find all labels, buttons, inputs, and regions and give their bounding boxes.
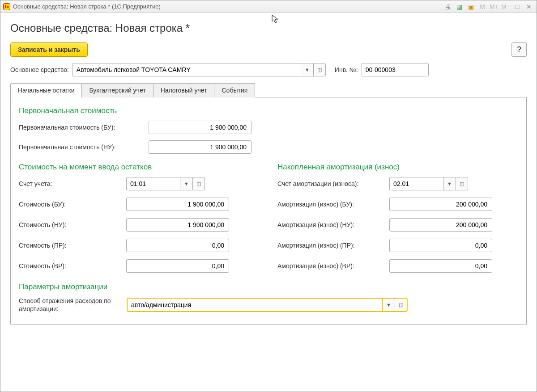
tabs: Начальные остатки Бухгалтерский учет Нал… <box>10 83 527 97</box>
open-icon[interactable]: ◫ <box>192 177 205 190</box>
help-button[interactable]: ? <box>511 42 527 57</box>
open-icon[interactable]: ◫ <box>395 298 407 312</box>
tab-initial-balances[interactable]: Начальные остатки <box>10 83 82 97</box>
cost-pr-label: Стоимость (ПР): <box>19 242 126 249</box>
window-title: Основные средства: Новая строка * (1С:Пр… <box>13 3 443 10</box>
amort-acct-combo[interactable]: ▼ ◫ <box>389 177 497 190</box>
open-icon[interactable]: ◫ <box>456 177 468 190</box>
cost-nu-input[interactable] <box>126 218 229 232</box>
memory-mminus-icon[interactable]: M− <box>501 2 511 11</box>
titlebar: 1c Основные средства: Новая строка * (1С… <box>0 0 537 13</box>
calendar-icon[interactable]: ▣ <box>466 2 476 11</box>
expense-method-label: Способ отражения расходов по амортизации… <box>19 297 122 313</box>
amort-vr-input[interactable] <box>389 259 492 273</box>
save-close-button[interactable]: Записать и закрыть <box>10 42 88 57</box>
page-title: Основные средства: Новая строка * <box>10 22 527 34</box>
amort-bu-input[interactable] <box>389 198 492 211</box>
memory-mplus-icon[interactable]: M+ <box>489 2 499 11</box>
acct-label: Счет учета: <box>19 180 126 187</box>
tab-events[interactable]: События <box>214 83 255 97</box>
initcost-nu-input[interactable] <box>149 140 251 154</box>
amort-nu-input[interactable] <box>389 218 492 232</box>
section-amort: Накопленная амортизация (износ) <box>277 163 518 172</box>
asset-input[interactable] <box>72 63 301 76</box>
cost-pr-input[interactable] <box>126 239 229 252</box>
inv-input[interactable] <box>362 63 429 76</box>
asset-label: Основное средство: <box>10 66 69 73</box>
cost-vr-label: Стоимость (ВР): <box>19 262 126 270</box>
amort-pr-label: Амортизация (износ) (ПР): <box>277 242 389 249</box>
print-icon[interactable]: 🖨 <box>443 2 452 11</box>
app-logo-icon: 1c <box>3 3 10 10</box>
dropdown-icon[interactable]: ▼ <box>382 298 395 312</box>
dropdown-icon[interactable]: ▼ <box>443 177 456 190</box>
cost-bu-input[interactable] <box>126 198 229 211</box>
initcost-bu-label: Первоначальная стоимость (БУ): <box>19 124 149 131</box>
asset-combo[interactable]: ▼ ◫ <box>72 63 326 76</box>
initcost-bu-input[interactable] <box>149 121 251 134</box>
initcost-nu-label: Первоначальная стоимость (НУ): <box>19 143 149 151</box>
cost-bu-label: Стоимость (БУ): <box>19 201 126 208</box>
expense-method-input[interactable] <box>127 298 382 312</box>
dropdown-icon[interactable]: ▼ <box>301 63 313 76</box>
section-params: Параметры амортизации <box>19 282 518 291</box>
amort-acct-label: Счет амортизации (износа): <box>277 180 389 187</box>
dropdown-icon[interactable]: ▼ <box>180 177 192 190</box>
expense-method-combo[interactable]: ▼ ◫ <box>127 298 407 312</box>
maximize-icon[interactable]: □ <box>512 2 522 11</box>
acct-combo[interactable]: ▼ ◫ <box>126 177 234 190</box>
acct-input[interactable] <box>126 177 180 190</box>
window: 1c Основные средства: Новая строка * (1С… <box>0 0 537 392</box>
close-icon[interactable]: ✕ <box>524 2 534 11</box>
tab-accounting[interactable]: Бухгалтерский учет <box>81 83 153 97</box>
section-balance-cost: Стоимость на момент ввода остатков <box>19 163 260 172</box>
cost-vr-input[interactable] <box>126 259 229 273</box>
tab-panel: Первоначальная стоимость Первоначальная … <box>10 97 527 325</box>
section-initial-cost: Первоначальная стоимость <box>19 106 518 115</box>
amort-acct-input[interactable] <box>389 177 443 190</box>
calculator-icon[interactable]: ▦ <box>454 2 464 11</box>
amort-bu-label: Амортизация (износ) (БУ): <box>277 201 389 208</box>
content-area: Основные средства: Новая строка * Записа… <box>0 13 537 392</box>
cost-nu-label: Стоимость (НУ): <box>19 221 126 228</box>
tab-tax[interactable]: Налоговый учет <box>153 83 215 97</box>
inv-label: Инв. №: <box>335 66 358 73</box>
amort-nu-label: Амортизация (износ) (НУ): <box>277 221 389 228</box>
memory-m-icon[interactable]: M <box>477 2 487 11</box>
amort-vr-label: Амортизация (износ) (ВР): <box>277 262 389 270</box>
amort-pr-input[interactable] <box>389 239 492 252</box>
open-icon[interactable]: ◫ <box>313 63 326 76</box>
